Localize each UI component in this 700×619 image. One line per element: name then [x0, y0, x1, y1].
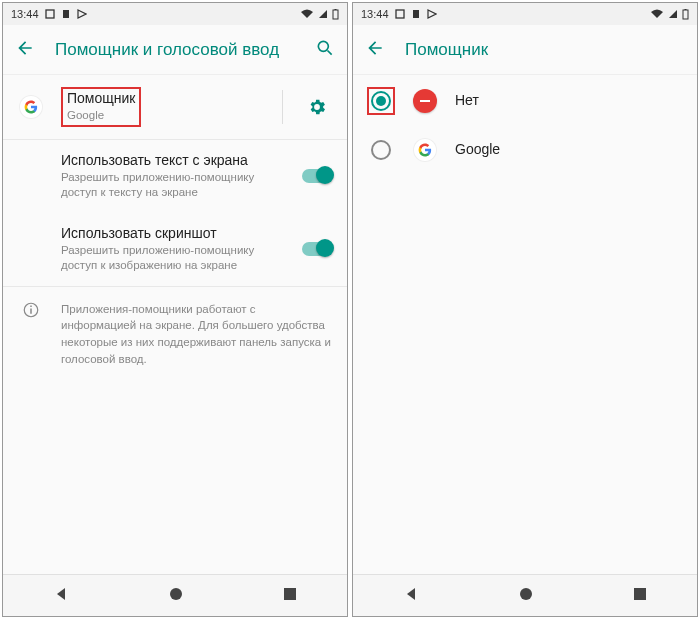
title-bar: Помощник и голосовой ввод [3, 25, 347, 75]
google-icon [414, 139, 436, 161]
battery-icon [682, 9, 689, 20]
signal-icon [668, 9, 678, 19]
settings-content: Помощник Google Использовать текст с экр… [3, 75, 347, 574]
notif-icon-2 [61, 9, 71, 19]
svg-rect-11 [396, 10, 404, 18]
radio-none[interactable] [371, 91, 391, 111]
use-text-title: Использовать текст с экрана [61, 152, 285, 168]
notif-icon-2 [411, 9, 421, 19]
radio-google[interactable] [371, 140, 391, 160]
status-time: 13:44 [11, 8, 39, 20]
none-icon [413, 89, 437, 113]
nav-recent[interactable] [633, 587, 647, 605]
vertical-divider [282, 90, 283, 124]
svg-rect-0 [46, 10, 54, 18]
option-none-label: Нет [455, 92, 683, 108]
play-icon [77, 9, 87, 19]
phone-left: 13:44 Помощник и голосовой ввод [2, 2, 348, 617]
use-screenshot-title: Использовать скриншот [61, 225, 285, 241]
search-button[interactable] [315, 38, 335, 62]
svg-point-4 [318, 41, 328, 51]
nav-home[interactable] [168, 586, 184, 606]
status-bar: 13:44 [353, 3, 697, 25]
assistant-title: Помощник [67, 90, 135, 106]
use-text-sub: Разрешить приложению-помощнику доступ к … [61, 170, 285, 201]
use-screenshot-toggle[interactable] [302, 242, 332, 256]
svg-rect-12 [413, 10, 419, 18]
info-text: Приложения-помощники работают с информац… [61, 301, 333, 368]
svg-rect-13 [683, 10, 688, 19]
svg-rect-7 [30, 308, 32, 313]
radio-highlight [367, 87, 395, 115]
back-button[interactable] [15, 38, 35, 62]
page-title: Помощник и голосовой ввод [55, 40, 295, 60]
svg-rect-3 [335, 9, 337, 10]
nav-bar [353, 574, 697, 616]
signal-icon [318, 9, 328, 19]
svg-rect-1 [63, 10, 69, 18]
svg-rect-2 [333, 10, 338, 19]
info-icon [17, 301, 45, 368]
assistant-highlight: Помощник Google [61, 87, 141, 127]
svg-point-15 [520, 588, 532, 600]
nav-back[interactable] [403, 586, 419, 606]
use-screenshot-row[interactable]: Использовать скриншот Разрешить приложен… [3, 213, 347, 286]
battery-icon [332, 9, 339, 20]
assistant-sub: Google [67, 108, 135, 124]
option-none-row[interactable]: Нет [353, 75, 697, 127]
use-text-row[interactable]: Использовать текст с экрана Разрешить пр… [3, 140, 347, 213]
assistant-row[interactable]: Помощник Google [3, 75, 347, 139]
page-title: Помощник [405, 40, 685, 60]
wifi-icon [650, 9, 664, 19]
nav-recent[interactable] [283, 587, 297, 605]
status-time: 13:44 [361, 8, 389, 20]
svg-point-9 [170, 588, 182, 600]
play-icon [427, 9, 437, 19]
title-bar: Помощник [353, 25, 697, 75]
svg-rect-10 [284, 588, 296, 600]
nav-back[interactable] [53, 586, 69, 606]
notif-icon [45, 9, 55, 19]
svg-rect-16 [634, 588, 646, 600]
nav-bar [3, 574, 347, 616]
back-button[interactable] [365, 38, 385, 62]
info-row: Приложения-помощники работают с информац… [3, 286, 347, 382]
svg-rect-8 [30, 305, 32, 307]
notif-icon [395, 9, 405, 19]
google-icon [20, 96, 42, 118]
svg-line-5 [328, 50, 332, 54]
assistant-picker-content: Нет Google [353, 75, 697, 574]
nav-home[interactable] [518, 586, 534, 606]
option-google-row[interactable]: Google [353, 127, 697, 173]
use-screenshot-sub: Разрешить приложению-помощнику доступ к … [61, 243, 285, 274]
use-text-toggle[interactable] [302, 169, 332, 183]
option-google-label: Google [455, 141, 683, 157]
svg-rect-14 [685, 9, 687, 10]
status-bar: 13:44 [3, 3, 347, 25]
wifi-icon [300, 9, 314, 19]
phone-right: 13:44 Помощник Нет [352, 2, 698, 617]
assistant-settings-button[interactable] [301, 97, 333, 117]
